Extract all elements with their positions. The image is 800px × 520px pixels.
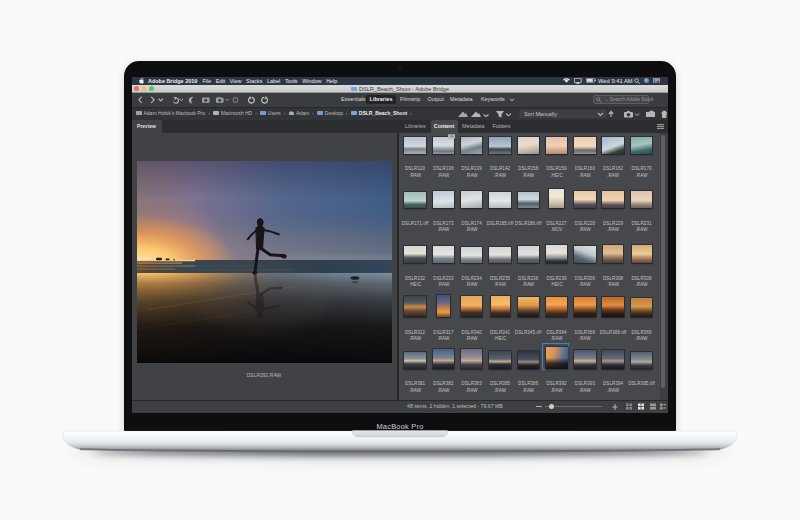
svg-text:Sort Manually: Sort Manually (524, 110, 557, 116)
